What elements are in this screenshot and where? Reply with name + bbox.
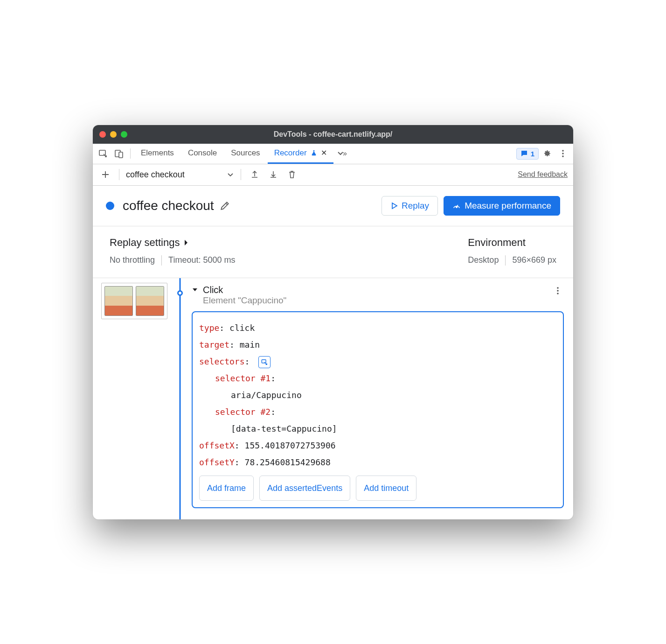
recorder-toolbar: coffee checkout Send feedback: [93, 164, 573, 186]
tab-bar: Elements Console Sources Recorder ✕ » 1: [93, 144, 573, 164]
step-field[interactable]: target: main: [199, 336, 556, 353]
divider: [505, 255, 506, 266]
minimize-window-button[interactable]: [110, 131, 117, 138]
divider: [241, 169, 241, 180]
recording-header: coffee checkout Replay Measure performan…: [93, 186, 573, 226]
delete-icon[interactable]: [285, 168, 299, 182]
send-feedback-link[interactable]: Send feedback: [518, 170, 568, 179]
replay-button[interactable]: Replay: [382, 196, 438, 216]
recording-status-dot: [106, 202, 114, 210]
collapse-icon[interactable]: [192, 287, 198, 293]
close-window-button[interactable]: [99, 131, 106, 138]
chevron-right-icon: [183, 239, 189, 246]
edit-title-icon[interactable]: [220, 201, 230, 211]
button-label: Replay: [402, 201, 429, 211]
throttling-value: No throttling: [110, 255, 155, 265]
svg-rect-2: [119, 152, 123, 158]
add-asserted-events-button[interactable]: Add assertedEvents: [259, 476, 350, 501]
step-more-icon[interactable]: [552, 285, 564, 297]
environment-heading: Environment: [468, 237, 556, 249]
issues-badge[interactable]: 1: [516, 148, 539, 160]
svg-point-4: [562, 153, 564, 154]
issues-count: 1: [531, 150, 534, 158]
environment-settings: Environment Desktop 596×669 px: [468, 237, 556, 266]
settings-row: Replay settings No throttling Timeout: 5…: [93, 226, 573, 278]
settings-icon[interactable]: [540, 146, 555, 161]
svg-point-6: [456, 206, 458, 208]
thumbnail-column: [93, 278, 172, 519]
button-label: Measure performance: [465, 201, 551, 211]
divider: [130, 148, 131, 159]
device-toggle-icon[interactable]: [111, 146, 126, 161]
chevron-down-icon: [227, 171, 234, 178]
maximize-window-button[interactable]: [121, 131, 127, 138]
export-icon[interactable]: [248, 168, 262, 182]
window-controls: [99, 131, 127, 138]
flask-icon: [311, 150, 317, 156]
heading-label: Environment: [468, 237, 526, 249]
step-thumbnail[interactable]: [101, 283, 167, 319]
devtools-window: DevTools - coffee-cart.netlify.app/ Elem…: [93, 125, 573, 519]
selector-row[interactable]: selector #2:: [199, 404, 556, 420]
recording-title: coffee checkout: [123, 198, 214, 213]
close-tab-icon[interactable]: ✕: [321, 148, 327, 157]
step-title: Click: [203, 285, 286, 295]
tab-label: Console: [188, 148, 217, 158]
tab-label: Recorder: [274, 148, 307, 158]
device-value: Desktop: [468, 255, 499, 265]
window-title: DevTools - coffee-cart.netlify.app/: [93, 130, 573, 139]
add-frame-button[interactable]: Add frame: [199, 476, 254, 501]
step-field[interactable]: offsetY: 78.25460815429688: [199, 454, 556, 471]
svg-point-5: [562, 155, 564, 157]
replay-settings-heading[interactable]: Replay settings: [110, 237, 235, 249]
measure-performance-button[interactable]: Measure performance: [444, 196, 560, 216]
tab-label: Elements: [141, 148, 174, 158]
step-field[interactable]: offsetX: 155.40187072753906: [199, 437, 556, 454]
tab-label: Sources: [231, 148, 260, 158]
step-field[interactable]: selectors:: [199, 353, 556, 370]
replay-settings: Replay settings No throttling Timeout: 5…: [110, 237, 235, 266]
selector-value[interactable]: [data-test=Cappucino]: [199, 420, 556, 437]
recording-dropdown[interactable]: coffee checkout: [126, 170, 234, 180]
cup-graphic: [136, 286, 164, 316]
play-icon: [390, 202, 398, 210]
more-tabs-icon[interactable]: »: [334, 146, 349, 161]
add-timeout-button[interactable]: Add timeout: [356, 476, 416, 501]
recording-name: coffee checkout: [126, 170, 185, 180]
more-menu-icon[interactable]: [555, 146, 570, 161]
import-icon[interactable]: [266, 168, 280, 182]
gauge-icon: [452, 202, 461, 210]
tab-sources[interactable]: Sources: [224, 144, 266, 164]
timeout-value: Timeout: 5000 ms: [168, 255, 235, 265]
timeline-rail: [172, 278, 188, 519]
new-recording-icon[interactable]: [98, 168, 112, 182]
selector-row[interactable]: selector #1:: [199, 370, 556, 387]
svg-point-7: [557, 287, 559, 289]
cup-graphic: [104, 286, 133, 316]
tab-elements[interactable]: Elements: [134, 144, 180, 164]
step-header[interactable]: Click Element "Cappucino": [192, 285, 564, 306]
issues-icon: [520, 150, 528, 157]
heading-label: Replay settings: [110, 237, 180, 249]
inspect-icon[interactable]: [96, 146, 111, 161]
tab-console[interactable]: Console: [181, 144, 223, 164]
titlebar: DevTools - coffee-cart.netlify.app/: [93, 125, 573, 144]
step-subtitle: Element "Cappucino": [203, 295, 286, 306]
selector-value[interactable]: aria/Cappucino: [199, 387, 556, 404]
step-details-box: type: click target: main selectors: sele…: [192, 311, 564, 508]
step-dot[interactable]: [177, 290, 183, 296]
svg-rect-10: [262, 359, 266, 363]
step-field[interactable]: type: click: [199, 320, 556, 336]
step-column: Click Element "Cappucino" type: click ta…: [188, 278, 573, 519]
timeline: Click Element "Cappucino" type: click ta…: [93, 278, 573, 519]
divider: [119, 169, 119, 180]
select-element-icon[interactable]: [258, 356, 271, 368]
svg-point-9: [557, 293, 559, 294]
dimensions-value: 596×669 px: [512, 255, 556, 265]
tab-recorder[interactable]: Recorder ✕: [268, 144, 333, 164]
svg-point-3: [562, 150, 564, 152]
svg-point-8: [557, 290, 559, 292]
divider: [161, 255, 162, 266]
